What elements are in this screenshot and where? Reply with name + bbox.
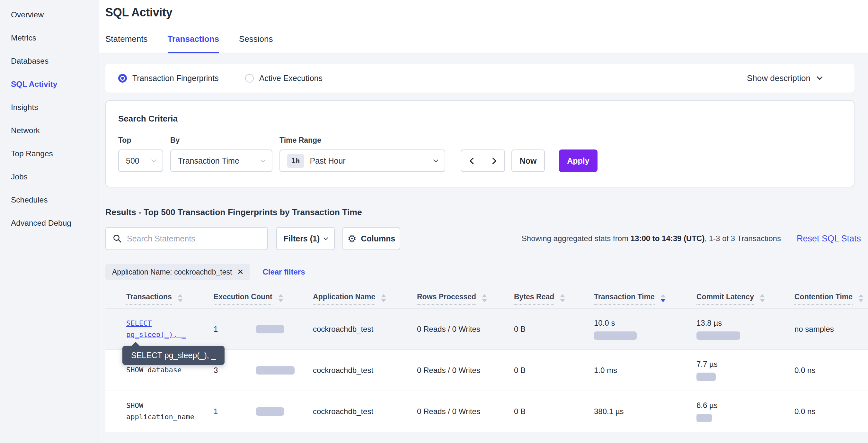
sidebar-item-jobs[interactable]: Jobs: [0, 165, 99, 188]
execution-count-value: 3: [214, 366, 256, 375]
sidebar-item-network[interactable]: Network: [0, 119, 99, 142]
chevron-right-icon: [489, 157, 496, 164]
clear-filters-link[interactable]: Clear filters: [262, 267, 305, 276]
by-select[interactable]: Transaction Time: [170, 149, 272, 172]
results-toolbar: Filters (1) ⚙ Columns Showing aggregated…: [105, 227, 861, 250]
column-header-label[interactable]: Contention Time: [795, 293, 852, 305]
radio-unselected-icon: [245, 74, 254, 83]
view-mode-radio-group: Transaction FingerprintsActive Execution…: [118, 73, 322, 83]
sort-arrows-icon[interactable]: [760, 294, 765, 302]
column-header-label[interactable]: Transactions: [126, 293, 172, 305]
bytes-read-cell: 0 B: [514, 407, 594, 416]
apply-button[interactable]: Apply: [559, 149, 597, 172]
search-criteria-title: Search Criteria: [118, 114, 841, 124]
sort-arrows-icon[interactable]: [178, 294, 183, 302]
transaction-cell: SELECT pg_sleep(_), _: [126, 318, 214, 340]
table-header-row: TransactionsExecution CountApplication N…: [105, 293, 868, 308]
column-header-label[interactable]: Commit Latency: [696, 293, 754, 305]
time-range-badge: 1h: [287, 154, 304, 168]
sort-down-icon: [482, 299, 487, 302]
top-field: Top 500: [118, 136, 163, 172]
sidebar-item-top-ranges[interactable]: Top Ranges: [0, 142, 99, 165]
radio-option-active-executions[interactable]: Active Executions: [245, 73, 322, 83]
column-header-label[interactable]: Execution Count: [214, 293, 272, 305]
table-body: SELECT pg_sleep(_), _1cockroachdb_test0 …: [105, 308, 868, 432]
commit-latency-cell: 7.7 µs: [696, 360, 795, 381]
sidebar-item-insights[interactable]: Insights: [0, 96, 99, 119]
execution-count-cell: 3: [214, 366, 313, 375]
reset-sql-stats-link[interactable]: Reset SQL Stats: [797, 234, 861, 244]
tab-statements[interactable]: Statements: [105, 34, 148, 53]
top-select[interactable]: 500: [118, 149, 163, 172]
sidebar-nav: OverviewMetricsDatabasesSQL ActivityInsi…: [0, 3, 99, 235]
statement-tooltip: SELECT pg_sleep(_), _: [122, 346, 224, 365]
transaction-fingerprint-link[interactable]: SELECT pg_sleep(_), _: [126, 318, 192, 340]
search-input[interactable]: [127, 234, 261, 243]
bytes-read-cell: 0 B: [514, 325, 594, 334]
column-header-commit-latency: Commit Latency: [696, 293, 795, 305]
application-name-cell: cockroachdb_test: [313, 325, 417, 334]
execution-count-value: 1: [214, 407, 256, 416]
chevron-down-icon: [816, 74, 823, 80]
previous-time-range-button[interactable]: [461, 150, 483, 171]
next-time-range-button[interactable]: [483, 150, 504, 171]
results-heading: Results - Top 500 Transaction Fingerprin…: [105, 207, 868, 217]
aggregated-stats-text: Showing aggregated stats from 13:00 to 1…: [522, 234, 781, 243]
application-name-cell: cockroachdb_test: [313, 366, 417, 375]
radio-selected-icon: [118, 74, 127, 83]
sort-arrows-icon[interactable]: [660, 294, 665, 302]
time-range-select[interactable]: 1h Past Hour: [279, 149, 445, 172]
radio-option-transaction-fingerprints[interactable]: Transaction Fingerprints: [118, 73, 219, 83]
sort-down-icon: [660, 299, 665, 302]
table-row: SHOW application_name1cockroachdb_test0 …: [105, 391, 868, 432]
sort-arrows-icon[interactable]: [381, 294, 386, 302]
sidebar-item-metrics[interactable]: Metrics: [0, 26, 99, 50]
filters-button[interactable]: Filters (1): [276, 227, 335, 250]
transaction-time-cell: 10.0 s: [594, 319, 696, 340]
sidebar-item-advanced-debug[interactable]: Advanced Debug: [0, 211, 99, 235]
commit-latency-value: 13.8 µs: [696, 319, 795, 328]
chevron-down-icon: [433, 157, 438, 163]
sidebar-item-sql-activity[interactable]: SQL Activity: [0, 73, 99, 96]
sidebar-item-databases[interactable]: Databases: [0, 50, 99, 73]
now-button[interactable]: Now: [512, 149, 545, 172]
execution-count-cell: 1: [214, 407, 313, 416]
remove-filter-icon[interactable]: ✕: [237, 267, 244, 276]
search-criteria-panel: Search Criteria Top 500 By Transaction T…: [105, 100, 855, 187]
column-header-label[interactable]: Rows Processed: [417, 293, 476, 305]
column-header-label[interactable]: Bytes Read: [514, 293, 554, 305]
commit-latency-cell: 6.6 µs: [696, 401, 795, 422]
transaction-time-value: 1.0 ms: [594, 366, 696, 375]
column-header-label[interactable]: Transaction Time: [594, 293, 655, 305]
sort-arrows-icon[interactable]: [858, 294, 864, 302]
sort-up-icon: [760, 294, 765, 297]
tab-sessions[interactable]: Sessions: [239, 34, 273, 53]
rows-processed-cell: 0 Reads / 0 Writes: [417, 325, 514, 334]
sort-down-icon: [381, 299, 386, 302]
sort-arrows-icon[interactable]: [482, 294, 487, 302]
sort-arrows-icon[interactable]: [560, 294, 565, 302]
chevron-down-icon: [260, 157, 266, 163]
bytes-read-cell: 0 B: [514, 366, 594, 375]
application-name-cell: cockroachdb_test: [313, 407, 417, 416]
show-description-label: Show description: [747, 73, 810, 83]
column-header-label[interactable]: Application Name: [313, 293, 375, 305]
table-row: SELECT pg_sleep(_), _1cockroachdb_test0 …: [105, 308, 868, 350]
show-description-toggle[interactable]: Show description: [747, 73, 822, 83]
tab-transactions[interactable]: Transactions: [168, 34, 219, 53]
stats-prefix: Showing aggregated stats from: [522, 234, 630, 243]
contention-time-cell: 0.0 ns: [795, 366, 868, 375]
sort-down-icon: [560, 299, 565, 302]
sort-up-icon: [858, 294, 864, 297]
sidebar-item-schedules[interactable]: Schedules: [0, 188, 99, 211]
chevron-down-icon: [151, 157, 156, 163]
sidebar-item-overview[interactable]: Overview: [0, 3, 99, 26]
execution-count-bar: [256, 407, 284, 416]
chevron-down-icon: [323, 235, 328, 240]
search-icon: [113, 234, 122, 243]
sort-down-icon: [858, 299, 864, 302]
sort-arrows-icon[interactable]: [278, 294, 283, 302]
transaction-time-value: 10.0 s: [594, 319, 696, 328]
columns-button[interactable]: ⚙ Columns: [342, 227, 400, 250]
execution-count-value: 1: [214, 325, 256, 334]
